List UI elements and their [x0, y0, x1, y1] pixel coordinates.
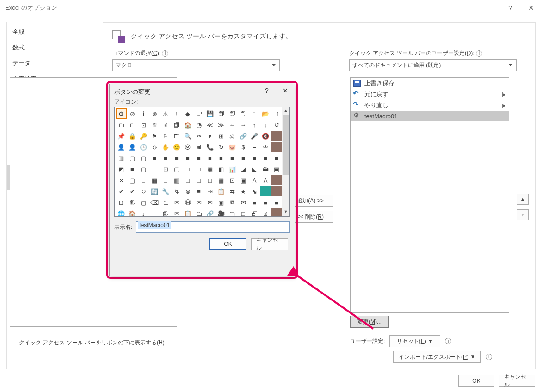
icon-scrollbar[interactable]: ▲ ▼: [282, 107, 289, 216]
scroll-up-icon[interactable]: ▲: [282, 107, 289, 115]
info-icon[interactable]: i: [445, 338, 451, 344]
palette-icon[interactable]: [271, 208, 282, 217]
palette-icon[interactable]: □: [149, 164, 160, 174]
palette-icon[interactable]: 🗋: [116, 197, 126, 208]
qat-item[interactable]: やり直し|▸: [351, 100, 509, 111]
move-up-button[interactable]: ▲: [517, 194, 529, 205]
palette-icon[interactable]: 🗀: [249, 109, 259, 119]
palette-icon[interactable]: ⊚: [149, 142, 160, 152]
palette-icon[interactable]: ←: [227, 120, 237, 130]
palette-icon[interactable]: ◩: [116, 164, 126, 174]
palette-icon[interactable]: ▢: [138, 197, 148, 208]
palette-icon[interactable]: ★: [238, 186, 248, 196]
palette-icon[interactable]: ‒: [149, 208, 160, 217]
palette-icon[interactable]: 🌐: [116, 208, 126, 217]
palette-icon[interactable]: □: [183, 164, 193, 174]
palette-icon[interactable]: ▦: [149, 175, 160, 185]
palette-icon[interactable]: ⚑: [149, 131, 160, 141]
sidebar-item[interactable]: 数式: [7, 40, 99, 55]
palette-icon[interactable]: ◧: [216, 164, 226, 174]
palette-icon[interactable]: [271, 131, 282, 141]
palette-icon[interactable]: 🔒: [127, 131, 137, 141]
import-export-button[interactable]: インポート/エクスポート(P) ▼: [393, 351, 481, 363]
palette-icon[interactable]: ▢: [127, 153, 137, 163]
palette-icon[interactable]: A: [260, 175, 271, 185]
palette-icon[interactable]: 🗐: [216, 109, 226, 119]
palette-icon[interactable]: ▢: [138, 153, 148, 163]
palette-icon[interactable]: 🗀: [160, 197, 171, 208]
palette-icon[interactable]: ■: [260, 153, 271, 163]
palette-icon[interactable]: ■: [238, 153, 248, 163]
palette-icon[interactable]: ‒: [249, 142, 259, 152]
palette-icon[interactable]: 🐷: [227, 142, 237, 152]
palette-icon[interactable]: ✉: [172, 208, 182, 217]
qat-scope-dropdown[interactable]: すべてのドキュメントに適用 (既定): [349, 59, 517, 71]
palette-icon[interactable]: ✋: [160, 142, 171, 152]
palette-icon[interactable]: 🗗: [249, 208, 259, 217]
palette-icon[interactable]: ↓: [138, 208, 148, 217]
scroll-thumb[interactable]: [283, 115, 289, 175]
modify-button[interactable]: 変更(M)...: [350, 316, 389, 328]
palette-icon[interactable]: 🗐: [227, 109, 237, 119]
palette-icon[interactable]: 🛡: [194, 109, 204, 119]
palette-icon[interactable]: $: [238, 142, 248, 152]
palette-icon[interactable]: ■: [183, 153, 193, 163]
palette-icon[interactable]: ↺: [271, 120, 282, 130]
dialog-ok-button[interactable]: OK: [209, 238, 246, 250]
palette-icon[interactable]: ↻: [216, 142, 226, 152]
palette-icon[interactable]: ▥: [172, 175, 182, 185]
palette-icon[interactable]: 🗔: [172, 131, 182, 141]
palette-icon[interactable]: 🔄: [149, 186, 160, 196]
palette-icon[interactable]: 🗋: [271, 109, 282, 119]
palette-icon[interactable]: ■: [205, 153, 215, 163]
palette-icon[interactable]: 🏠: [183, 120, 193, 130]
info-icon[interactable]: i: [162, 50, 168, 57]
qat-listbox[interactable]: 上書き保存元に戻す|▸やり直し|▸testMacro01: [350, 77, 509, 313]
palette-icon[interactable]: ⊡: [160, 164, 171, 174]
palette-icon[interactable]: ■: [160, 153, 171, 163]
ok-button[interactable]: OK: [458, 375, 494, 387]
palette-icon[interactable]: ⊞: [216, 131, 226, 141]
palette-icon[interactable]: 👤: [116, 142, 126, 152]
palette-icon[interactable]: ⚙: [116, 109, 126, 119]
palette-icon[interactable]: [271, 142, 282, 152]
palette-icon[interactable]: ⊗: [183, 186, 193, 196]
palette-icon[interactable]: ≫: [216, 120, 226, 130]
palette-icon[interactable]: ▣: [216, 197, 226, 208]
palette-icon[interactable]: ✉: [238, 197, 248, 208]
palette-icon[interactable]: ≡: [194, 186, 204, 196]
palette-icon[interactable]: ■: [260, 197, 271, 208]
palette-icon[interactable]: 💾: [205, 109, 215, 119]
palette-icon[interactable]: 🎤: [249, 131, 259, 141]
palette-icon[interactable]: 🔍: [183, 131, 193, 141]
qat-item[interactable]: 上書き保存: [351, 78, 509, 89]
info-icon[interactable]: i: [476, 50, 482, 57]
palette-icon[interactable]: ≪: [205, 120, 215, 130]
palette-icon[interactable]: ⇥: [205, 186, 215, 196]
palette-icon[interactable]: □: [205, 175, 215, 185]
palette-icon[interactable]: 🎥: [216, 208, 226, 217]
close-icon[interactable]: ✕: [521, 0, 542, 15]
palette-icon[interactable]: 🔗: [205, 208, 215, 217]
palette-icon[interactable]: □: [238, 208, 248, 217]
palette-icon[interactable]: ▢: [172, 164, 182, 174]
palette-icon[interactable]: 📂: [260, 109, 271, 119]
reset-button[interactable]: リセット(E) ▼: [389, 335, 440, 347]
palette-icon[interactable]: 🙂: [172, 142, 182, 152]
cancel-button[interactable]: キャンセル: [499, 375, 535, 387]
palette-icon[interactable]: [271, 186, 282, 196]
palette-icon[interactable]: 📋: [183, 208, 193, 217]
palette-icon[interactable]: !: [172, 109, 182, 119]
palette-icon[interactable]: ⊘: [127, 109, 137, 119]
palette-icon[interactable]: ▦: [216, 175, 226, 185]
palette-icon[interactable]: ▣: [271, 164, 282, 174]
help-icon[interactable]: ?: [500, 0, 521, 15]
palette-icon[interactable]: ▢: [127, 175, 137, 185]
palette-icon[interactable]: ⚐: [160, 131, 171, 141]
palette-icon[interactable]: ▢: [227, 208, 237, 217]
palette-icon[interactable]: 🔇: [260, 131, 271, 141]
palette-icon[interactable]: 🗎: [260, 208, 271, 217]
palette-icon[interactable]: ✔: [116, 186, 126, 196]
move-down-button[interactable]: ▼: [517, 209, 529, 220]
palette-icon[interactable]: ■: [149, 153, 160, 163]
